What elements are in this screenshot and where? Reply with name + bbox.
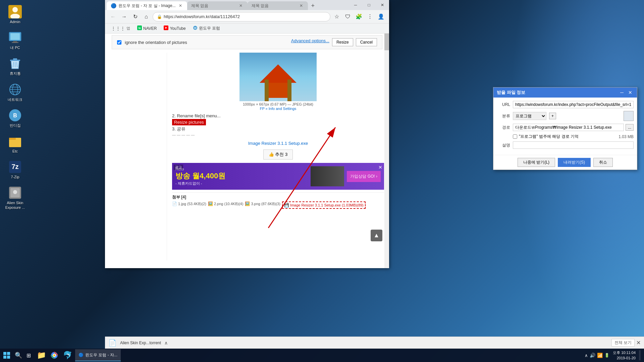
- taskbar-app-3-icon: 🐬: [63, 351, 72, 360]
- back-button[interactable]: ←: [108, 12, 118, 21]
- desktop-icon-admin[interactable]: Admin: [2, 3, 29, 26]
- later-button[interactable]: 나중에 받기(L): [518, 158, 555, 167]
- download-now-button[interactable]: 내려받기(S): [558, 158, 591, 167]
- show-desktop-button[interactable]: [639, 350, 641, 360]
- desktop-icon-mypc[interactable]: 내 PC: [2, 29, 29, 52]
- download-bar-close-button[interactable]: ✕: [636, 340, 641, 346]
- chrome-icon: [50, 351, 58, 359]
- scroll-to-top-button[interactable]: ▲: [371, 230, 382, 241]
- tray-icon-up[interactable]: ∧: [585, 353, 588, 358]
- file-info-minimize[interactable]: ─: [619, 89, 625, 96]
- file-info-close[interactable]: ✕: [627, 89, 634, 96]
- attachment-2-text[interactable]: 2.png (10.4KB)(4): [214, 202, 243, 206]
- attachment-1-text[interactable]: 1.jpg (53.4KB)(2): [178, 202, 206, 206]
- svg-line-9: [13, 62, 13, 67]
- menu-item-rename: 2. Rename file[s] menu...: [172, 113, 384, 118]
- attachment-list: 📄 1.jpg (53.4KB)(2) 🖼️ 2.png (10.4KB)(4)…: [172, 201, 384, 209]
- cancel-button[interactable]: Cancel: [356, 38, 377, 46]
- like-button[interactable]: 👍 추천 3: [263, 149, 293, 160]
- download-expand-button[interactable]: ∧: [164, 340, 168, 346]
- taskbar-file-explorer[interactable]: 📁: [35, 349, 47, 361]
- taskbar-app-3[interactable]: 🐬: [61, 349, 73, 361]
- menu-icon[interactable]: ⋮: [365, 12, 375, 21]
- svg-point-40: [53, 354, 55, 356]
- desktop-icon-bandzip[interactable]: B 반디집: [2, 107, 29, 129]
- advanced-options-link[interactable]: Advanced options...: [291, 38, 329, 46]
- start-button[interactable]: [0, 349, 13, 362]
- download-link[interactable]: Image Resizer 3.1.1 Setup.exe: [248, 141, 308, 146]
- address-bar[interactable]: 🔒 https://windowsforum.kr/data/11126472: [153, 12, 330, 21]
- bookmark-naver[interactable]: N NAVER: [135, 24, 159, 32]
- minimize-button[interactable]: ─: [349, 0, 362, 10]
- desktop-icon-etc[interactable]: Etc: [2, 133, 29, 155]
- resize-button[interactable]: Resize: [332, 38, 353, 46]
- file-size-display: 1.03 MB: [619, 134, 634, 139]
- close-button[interactable]: ✕: [376, 0, 389, 10]
- tab-close-2[interactable]: ✕: [299, 3, 304, 8]
- window-controls: ─ □ ✕: [349, 0, 389, 10]
- desktop: Admin 내 PC: [0, 0, 644, 362]
- star-icon[interactable]: ☆: [332, 12, 341, 21]
- ad-close-icon[interactable]: ✕: [378, 165, 382, 170]
- ad-image: [311, 166, 344, 186]
- search-button[interactable]: 🔍: [13, 350, 23, 360]
- network-icon: [8, 83, 22, 96]
- remember-path-checkbox[interactable]: [513, 134, 517, 139]
- remember-path-label: "프로그램" 범주에 해당 경로 기억: [519, 134, 579, 139]
- cancel-dialog-button[interactable]: 취소: [593, 158, 613, 167]
- image-caption: 1000px × 667px (0.67 MP) — JPEG (24bit): [172, 102, 384, 106]
- browser-window: 🔵 윈도우 포럼 - 자 포 실 - Image... ✕ 제목 없음 ✕ 제목…: [105, 0, 389, 268]
- category-label: 분류: [497, 113, 510, 119]
- browse-path-button[interactable]: ...: [626, 124, 634, 131]
- url-input[interactable]: [513, 101, 634, 108]
- view-all-button[interactable]: 전체 보기: [611, 339, 635, 347]
- desc-input[interactable]: [513, 141, 634, 149]
- svg-text:B: B: [13, 113, 17, 118]
- file-icon-3: 🖼️: [245, 201, 250, 206]
- taskbar-chrome[interactable]: [48, 349, 60, 361]
- remember-path-row: "프로그램" 범주에 해당 경로 기억 1.03 MB: [513, 134, 634, 139]
- tab-favicon-0: 🔵: [111, 3, 116, 8]
- scroll-thumb[interactable]: [384, 49, 389, 50]
- account-icon[interactable]: 👤: [376, 12, 386, 21]
- tab-close-0[interactable]: ✕: [178, 3, 183, 8]
- add-category-button[interactable]: +: [549, 113, 556, 119]
- tab-close-1[interactable]: ✕: [238, 3, 244, 8]
- resize-buttons-container: Advanced options... Resize Cancel: [291, 38, 377, 46]
- browser-tab-2[interactable]: 제목 없음 ✕: [248, 1, 308, 10]
- scrollbar[interactable]: [384, 49, 389, 264]
- bandzip-icon: B: [8, 109, 22, 122]
- tab-title-0: 윈도우 포럼 - 자 포 실 - Image...: [118, 3, 176, 9]
- bookmark-apps[interactable]: ⋮⋮⋮ 앱: [108, 25, 133, 32]
- category-select[interactable]: 프로그램: [513, 112, 546, 120]
- reload-button[interactable]: ↻: [130, 12, 140, 21]
- svg-point-25: [13, 190, 17, 194]
- taskbar-window-title: 윈도우 포럼 - 자...: [85, 352, 117, 358]
- forward-button[interactable]: →: [119, 12, 129, 21]
- taskbar-time: 오후 10:11:04: [613, 350, 636, 356]
- shield-icon[interactable]: 🛡: [343, 12, 353, 21]
- home-button[interactable]: ⌂: [142, 12, 151, 21]
- bookmark-windowsforum[interactable]: W 윈도우 포럼: [190, 24, 223, 32]
- attachment-4[interactable]: 💾 Image Resizer 3.1.1 Setup.exe (1.03MB)…: [282, 201, 366, 209]
- ignore-orientation-checkbox[interactable]: [117, 40, 121, 45]
- new-tab-button[interactable]: +: [308, 1, 318, 10]
- extension-icon[interactable]: 🧩: [354, 12, 364, 21]
- file-info-buttons: 나중에 받기(L) 내려받기(S) 취소: [493, 155, 637, 170]
- ad-cta-button[interactable]: 가입상담 GO! ›: [347, 171, 381, 182]
- attachment-3-text[interactable]: 3.png (87.6KB)(3): [251, 202, 280, 206]
- browser-tab-1[interactable]: 제목 없음 ✕: [187, 1, 248, 10]
- task-view-button[interactable]: ⊞: [23, 350, 34, 360]
- desktop-icon-network[interactable]: 네트워크: [2, 81, 29, 104]
- taskbar-clock[interactable]: 오후 10:11:04 2019-01-20: [611, 350, 637, 361]
- desktop-icon-alienskin[interactable]: Alien Skin Exposure ...: [2, 184, 29, 211]
- maximize-button[interactable]: □: [362, 0, 376, 10]
- browser-tab-active[interactable]: 🔵 윈도우 포럼 - 자 포 실 - Image... ✕: [107, 1, 187, 10]
- desktop-icon-recycle[interactable]: 휴지통: [2, 55, 29, 77]
- menu-underline: — — — — —: [172, 133, 384, 137]
- file-info-window-controls: ─ ✕: [619, 89, 634, 96]
- bookmark-youtube[interactable]: YouTube: [161, 24, 188, 32]
- desktop-icon-7zip[interactable]: 7z 7-Zip: [2, 159, 29, 181]
- taskbar-active-window[interactable]: 🔵 윈도우 포럼 - 자...: [75, 349, 121, 361]
- path-input[interactable]: [513, 124, 624, 131]
